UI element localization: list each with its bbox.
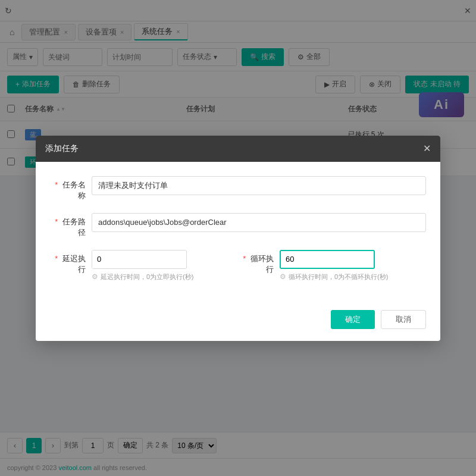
delay-input[interactable]	[92, 250, 187, 268]
cancel-button[interactable]: 取消	[381, 310, 426, 329]
add-task-modal: 添加任务 ✕ * 任务名称 * 任务路径	[36, 136, 440, 341]
modal-body: * 任务名称 * 任务路径 *	[36, 162, 440, 303]
delay-label-text: 延迟执行	[62, 254, 86, 274]
cycle-hint-text: 循环执行时间，0为不循环执行(秒)	[289, 273, 388, 281]
modal-header: 添加任务 ✕	[36, 136, 440, 162]
modal-title: 添加任务	[45, 143, 79, 154]
cycle-input[interactable]	[281, 251, 375, 268]
cycle-hint: ⚙ 循环执行时间，0为不循环执行(秒)	[280, 273, 388, 281]
required-star-name: *	[55, 180, 58, 189]
required-star-path: *	[55, 217, 58, 226]
delay-group: * 延迟执行 ▲ ▼ ⚙	[50, 250, 238, 281]
cycle-label: * 循环执行	[238, 250, 280, 275]
task-path-label: * 任务路径	[50, 213, 92, 238]
cycle-hint-icon: ⚙	[280, 273, 286, 281]
delay-hint-icon: ⚙	[92, 273, 98, 281]
cycle-group: * 循环执行 ▲ ▼ ⚙	[238, 250, 426, 281]
cycle-label-text: 循环执行	[250, 254, 274, 274]
delay-group-inner: * 延迟执行 ▲ ▼ ⚙	[50, 250, 238, 281]
task-name-label-text: 任务名称	[62, 180, 86, 200]
task-name-row: * 任务名称	[50, 176, 426, 201]
task-path-label-text: 任务路径	[62, 217, 86, 237]
required-star-delay: *	[55, 254, 58, 263]
delay-hint: ⚙ 延迟执行时间，0为立即执行(秒)	[92, 273, 193, 281]
cycle-input-wrapper: ▲ ▼ ⚙ 循环执行时间，0为不循环执行(秒)	[280, 250, 388, 281]
delay-label: * 延迟执行	[50, 250, 92, 275]
cycle-group-inner: * 循环执行 ▲ ▼ ⚙	[238, 250, 426, 281]
task-name-input[interactable]	[92, 176, 426, 195]
delay-hint-text: 延迟执行时间，0为立即执行(秒)	[101, 273, 193, 281]
required-star-cycle: *	[243, 254, 246, 263]
cycle-spinner: ▲ ▼	[280, 250, 375, 269]
delay-cycle-row: * 延迟执行 ▲ ▼ ⚙	[50, 250, 426, 281]
modal-footer: 确定 取消	[36, 303, 440, 341]
confirm-button[interactable]: 确定	[331, 310, 375, 329]
task-name-label: * 任务名称	[50, 176, 92, 201]
task-path-input[interactable]	[92, 213, 426, 232]
modal-overlay: 添加任务 ✕ * 任务名称 * 任务路径	[0, 0, 476, 476]
delay-input-wrapper: ▲ ▼ ⚙ 延迟执行时间，0为立即执行(秒)	[92, 250, 193, 281]
task-path-row: * 任务路径	[50, 213, 426, 238]
modal-close-button[interactable]: ✕	[423, 143, 431, 154]
delay-spinner: ▲ ▼	[92, 250, 187, 269]
